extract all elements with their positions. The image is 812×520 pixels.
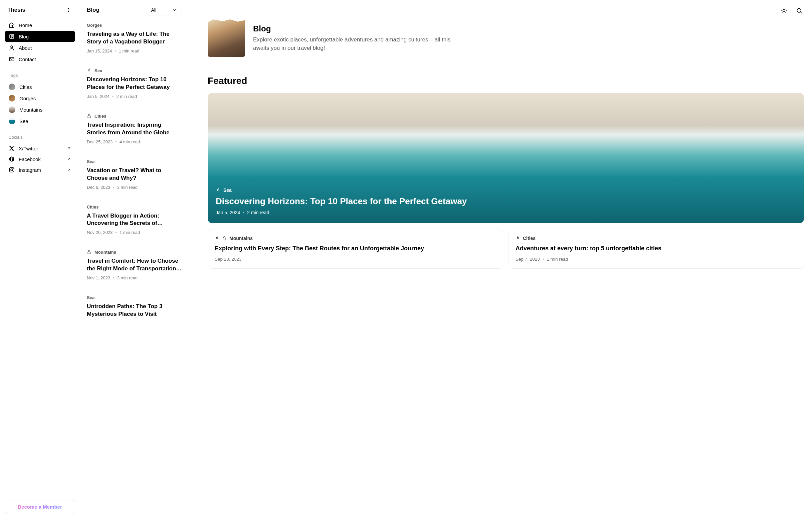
post-meta-row: Sea <box>87 295 182 300</box>
post-item[interactable]: SeaUntrodden Paths: The Top 3 Mysterious… <box>87 295 182 328</box>
tag-thumb-icon <box>9 118 16 124</box>
post-date: Nov 1, 2023 <box>87 276 110 280</box>
more-vertical-icon <box>66 7 71 13</box>
post-tag: Mountains <box>94 250 116 255</box>
home-icon <box>9 22 15 28</box>
sidebar-header: Thesis <box>5 6 75 19</box>
contact-icon <box>9 56 15 62</box>
tags-heading: Tags <box>5 73 75 81</box>
nav-item-contact[interactable]: Contact <box>5 53 75 65</box>
tag-thumb-icon <box>9 95 16 102</box>
post-list: GorgesTraveling as a Way of Life: The St… <box>87 23 182 328</box>
tag-item-sea[interactable]: Sea <box>5 115 75 127</box>
post-item[interactable]: SeaDiscovering Horizons: Top 10 Places f… <box>87 68 182 106</box>
post-title: Discovering Horizons: Top 10 Places for … <box>87 76 182 91</box>
nav-item-about[interactable]: About <box>5 42 75 53</box>
top-actions <box>779 6 804 16</box>
card-title: Adventures at every turn: top 5 unforget… <box>515 244 797 253</box>
more-button[interactable] <box>64 6 73 14</box>
main-content: Blog Explore exotic places, unforgettabl… <box>189 0 812 520</box>
post-item[interactable]: CitiesTravel Inspiration: Inspiring Stor… <box>87 114 182 152</box>
nav-item-blog[interactable]: Blog <box>5 31 75 42</box>
hero-tag: Sea <box>223 187 232 193</box>
tag-label: Sea <box>19 118 28 124</box>
card-tag: Cities <box>523 236 536 241</box>
separator-dot: • <box>115 139 117 145</box>
social-item-instagram[interactable]: Instagram <box>5 164 75 175</box>
tag-item-gorges[interactable]: Gorges <box>5 93 75 104</box>
social-item-facebook[interactable]: Facebook <box>5 154 75 164</box>
card-date: Sep 28, 2023 <box>215 257 242 262</box>
hero-meta: Sea <box>216 187 796 193</box>
post-item[interactable]: GorgesTraveling as a Way of Life: The St… <box>87 23 182 61</box>
site-title[interactable]: Thesis <box>7 7 25 14</box>
post-date-row: Nov 1, 2023•3 min read <box>87 276 182 280</box>
post-meta-row: Sea <box>87 159 182 164</box>
tag-label: Gorges <box>19 96 36 101</box>
blog-title: Blog <box>253 24 453 33</box>
blog-header: Blog Explore exotic places, unforgettabl… <box>208 19 804 57</box>
post-title: A Travel Blogger in Action: Uncovering t… <box>87 212 182 228</box>
post-item[interactable]: SeaVacation or Travel? What to Choose an… <box>87 159 182 197</box>
svg-point-7 <box>11 46 13 48</box>
separator-dot: • <box>113 185 114 190</box>
tag-item-mountains[interactable]: Mountains <box>5 104 75 115</box>
card-meta: Cities <box>515 236 797 241</box>
svg-rect-13 <box>88 115 90 118</box>
chevron-down-icon <box>172 8 177 12</box>
post-meta-row: Sea <box>87 68 182 73</box>
nav-item-label: Contact <box>19 56 36 62</box>
post-title: Vacation or Travel? What to Choose and W… <box>87 167 182 182</box>
separator-dot: • <box>542 257 544 262</box>
external-link-icon <box>67 146 71 150</box>
post-list-panel: Blog All GorgesTraveling as a Way of Lif… <box>80 0 189 520</box>
socials-heading: Socials <box>5 135 75 143</box>
search-button[interactable] <box>795 6 804 16</box>
post-read: 1 min read <box>119 230 140 235</box>
post-meta-row: Gorges <box>87 23 182 28</box>
external-link-icon <box>67 157 71 161</box>
nav-item-home[interactable]: Home <box>5 19 75 31</box>
post-title: Travel in Comfort: How to Choose the Rig… <box>87 257 182 273</box>
separator-dot: • <box>115 230 117 235</box>
twitter-icon <box>9 146 15 151</box>
search-icon <box>796 7 803 14</box>
theme-toggle-button[interactable] <box>779 6 789 16</box>
sun-icon <box>781 7 787 14</box>
post-meta-row: Mountains <box>87 250 182 255</box>
featured-card[interactable]: MountainsExploring with Every Step: The … <box>208 229 503 269</box>
post-date-row: Nov 20, 2023•1 min read <box>87 230 182 235</box>
filter-select[interactable]: All <box>146 5 182 16</box>
nav-item-label: Blog <box>19 34 29 40</box>
card-read: 1 min read <box>547 257 568 262</box>
svg-point-15 <box>783 10 785 12</box>
card-date-row: Sep 28, 2023 <box>215 257 496 262</box>
post-tag: Sea <box>94 68 102 73</box>
featured-card[interactable]: CitiesAdventures at every turn: top 5 un… <box>508 229 804 269</box>
external-link-icon <box>67 168 71 172</box>
card-tag: Mountains <box>229 236 253 241</box>
featured-cards-row: MountainsExploring with Every Step: The … <box>208 229 804 269</box>
post-meta-row: Cities <box>87 205 182 210</box>
post-date: Jan 5, 2024 <box>87 94 110 99</box>
social-item-twitter[interactable]: X/Twitter <box>5 143 75 154</box>
lock-icon <box>87 114 92 119</box>
fire-icon <box>215 236 219 241</box>
post-tag: Cities <box>87 205 99 210</box>
featured-hero-card[interactable]: Sea Discovering Horizons: Top 10 Places … <box>208 93 804 223</box>
blog-icon <box>9 33 15 40</box>
post-item[interactable]: MountainsTravel in Comfort: How to Choos… <box>87 250 182 288</box>
card-date-row: Sep 7, 2023•1 min read <box>515 257 797 262</box>
svg-rect-18 <box>223 238 226 240</box>
nav-item-label: About <box>19 45 32 51</box>
svg-point-12 <box>13 168 13 169</box>
tag-thumb-icon <box>9 83 16 90</box>
post-meta-row: Cities <box>87 114 182 119</box>
svg-point-11 <box>11 169 13 171</box>
separator-dot: • <box>113 276 114 280</box>
separator-dot: • <box>112 94 114 99</box>
tag-item-cities[interactable]: Cities <box>5 81 75 93</box>
become-member-button[interactable]: Become a Member <box>5 500 75 514</box>
post-item[interactable]: CitiesA Travel Blogger in Action: Uncove… <box>87 205 182 243</box>
hero-date-row: Jan 5, 2024 • 2 min read <box>216 210 796 215</box>
